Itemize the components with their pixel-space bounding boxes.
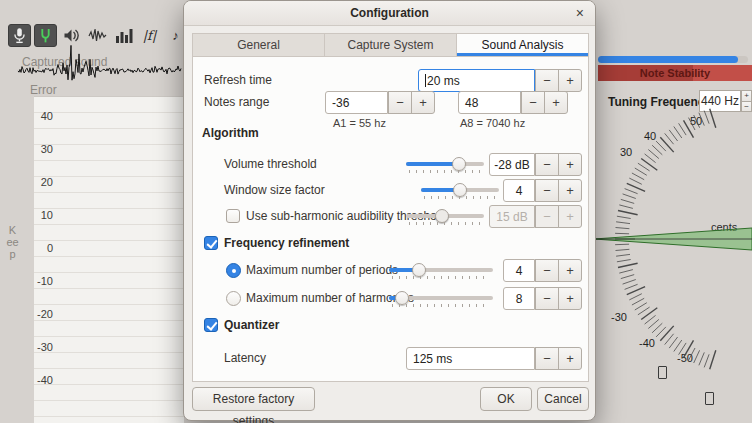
ok-button[interactable]: OK: [480, 387, 532, 411]
window-size-factor-decrement-button[interactable]: −: [535, 179, 559, 202]
subharmonic-decrement-button: −: [535, 205, 559, 228]
refresh-time-decrement-button[interactable]: −: [535, 69, 559, 92]
cancel-button[interactable]: Cancel: [537, 387, 589, 411]
quantizer-label: Quantizer: [224, 318, 279, 333]
captured-sound-label: Captured sound: [22, 55, 107, 69]
error-axis-tick: 10: [36, 209, 53, 221]
volume-threshold-label: Volume threshold: [224, 157, 317, 172]
slider-handle[interactable]: [452, 157, 466, 171]
toolbar-button-statistics[interactable]: [112, 24, 135, 47]
notes-range-max-input[interactable]: 48: [458, 91, 521, 114]
toolbar-button-microphone[interactable]: [8, 24, 31, 47]
configuration-dialog: Configuration × General Capture System S…: [183, 0, 596, 421]
window-size-factor-label: Window size factor: [224, 183, 325, 198]
speaker-icon: [60, 24, 83, 47]
latency-input[interactable]: 125 ms: [406, 347, 535, 370]
notes-range-min-decrement-button[interactable]: −: [388, 91, 412, 114]
tab-sound-analysis[interactable]: Sound Analysis: [457, 34, 588, 56]
max-periods-radio[interactable]: [226, 263, 241, 278]
quantizer-checkbox[interactable]: [204, 318, 218, 332]
volume-threshold-decrement-button[interactable]: −: [535, 153, 559, 176]
refresh-time-label: Refresh time: [204, 73, 272, 88]
bar-chart-icon: [112, 24, 135, 47]
dialog-titlebar[interactable]: Configuration ×: [184, 1, 595, 26]
dial-tick-label: -30: [611, 311, 627, 323]
max-harmonics-input[interactable]: 8: [503, 287, 535, 310]
slider-trough: [389, 268, 493, 272]
slider-ticks: [392, 304, 490, 307]
latency-value: 125 ms: [413, 352, 452, 366]
latency-increment-button[interactable]: +: [558, 347, 582, 370]
notes-range-max-decrement-button[interactable]: −: [521, 91, 545, 114]
latency-decrement-button[interactable]: −: [535, 347, 559, 370]
slider-handle[interactable]: [395, 291, 409, 305]
level-slider[interactable]: [598, 56, 748, 63]
subharmonic-slider[interactable]: [406, 207, 484, 225]
slider-handle[interactable]: [412, 263, 426, 277]
unknown-glyph-icon: [705, 392, 714, 405]
max-periods-decrement-button[interactable]: −: [535, 259, 559, 282]
tuning-fork-icon: [35, 24, 56, 47]
volume-threshold-input[interactable]: -28 dB: [489, 153, 535, 176]
frequency-refinement-checkbox[interactable]: [204, 236, 218, 250]
tab-bar: General Capture System Sound Analysis: [192, 33, 589, 57]
notes-range-max-value: 48: [465, 96, 478, 110]
microphone-icon: [9, 24, 30, 47]
toolbar-button-waveform[interactable]: [86, 24, 109, 47]
slider-handle[interactable]: [453, 183, 467, 197]
max-harmonics-increment-button[interactable]: +: [558, 287, 582, 310]
error-axis-tick: -10: [36, 275, 53, 287]
volume-threshold-slider[interactable]: [406, 155, 484, 173]
note-stability-label: Note Stability: [598, 65, 752, 81]
max-periods-input[interactable]: 4: [503, 259, 535, 282]
toolbar-button-tuning-fork[interactable]: [34, 24, 57, 47]
max-harmonics-radio[interactable]: [226, 291, 241, 306]
max-harmonics-value: 8: [516, 292, 523, 306]
error-axis-tick: -40: [36, 374, 53, 386]
error-axis-tick: -20: [36, 308, 53, 320]
screen: |f| ♪ Captured sound Error Keep 40 30 20…: [0, 0, 752, 423]
notes-range-min-input[interactable]: -36: [325, 91, 388, 114]
tuning-frequency-input[interactable]: 440 Hz: [699, 90, 741, 112]
window-size-factor-increment-button[interactable]: +: [558, 179, 582, 202]
subharmonic-value: 15 dB: [496, 210, 527, 224]
max-harmonics-slider[interactable]: [389, 289, 493, 307]
fft-icon: |f|: [143, 28, 157, 43]
latency-label: Latency: [224, 351, 266, 366]
window-size-factor-input[interactable]: 4: [503, 179, 535, 202]
toolbar-button-speaker[interactable]: [60, 24, 83, 47]
tuning-frequency-value: 440 Hz: [701, 94, 739, 108]
level-slider-fill: [598, 56, 738, 63]
slider-ticks: [409, 170, 481, 173]
tuning-frequency-increment-button[interactable]: +: [741, 90, 752, 101]
max-harmonics-decrement-button[interactable]: −: [535, 287, 559, 310]
tuning-frequency-label: Tuning Frequency: [608, 95, 711, 109]
volume-threshold-increment-button[interactable]: +: [558, 153, 582, 176]
max-periods-value: 4: [516, 264, 523, 278]
slider-ticks: [392, 276, 490, 279]
unknown-glyph-icon: [658, 366, 667, 379]
close-button[interactable]: ×: [576, 1, 584, 26]
dial-tick-label: 30: [620, 146, 632, 158]
slider-ticks: [424, 196, 496, 199]
max-periods-label: Maximum number of periods: [246, 263, 398, 278]
toolbar-button-fft[interactable]: |f|: [138, 24, 161, 47]
refresh-time-input[interactable]: 20 ms: [418, 69, 535, 92]
window-size-factor-value: 4: [516, 184, 523, 198]
dial-tick-label: -40: [639, 337, 655, 349]
restore-factory-settings-button[interactable]: Restore factory settings: [192, 387, 315, 411]
window-size-factor-slider[interactable]: [421, 181, 499, 199]
subharmonic-checkbox[interactable]: [226, 209, 240, 223]
tab-capture-system[interactable]: Capture System: [325, 34, 457, 56]
max-periods-increment-button[interactable]: +: [558, 259, 582, 282]
error-axis-tick: 0: [36, 242, 53, 254]
slider-handle[interactable]: [435, 209, 449, 223]
tuning-frequency-decrement-button[interactable]: −: [741, 101, 752, 112]
notes-range-min-increment-button[interactable]: +: [411, 91, 435, 114]
keep-button[interactable]: Keep: [6, 224, 19, 260]
notes-range-max-increment-button[interactable]: +: [544, 91, 568, 114]
error-label: Error: [30, 83, 57, 97]
max-periods-slider[interactable]: [389, 261, 493, 279]
tab-general[interactable]: General: [193, 34, 325, 56]
refresh-time-increment-button[interactable]: +: [558, 69, 582, 92]
